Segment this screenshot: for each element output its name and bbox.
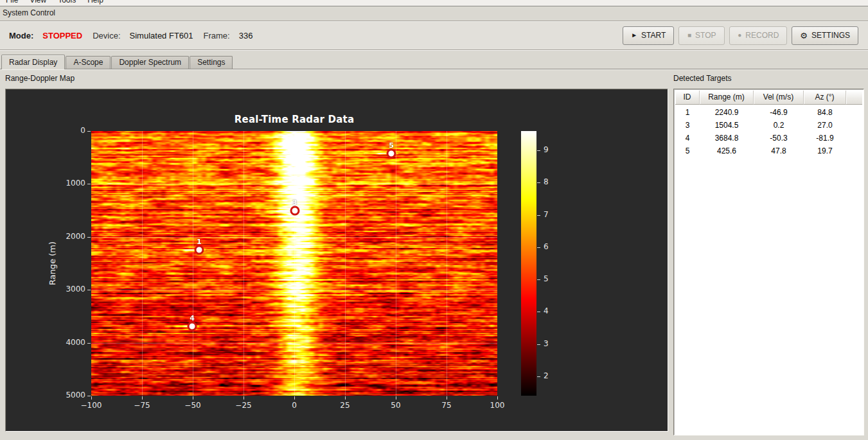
colorbar-tick-mark: [537, 215, 540, 216]
x-tick-label: 50: [376, 401, 415, 410]
x-tick-mark: [497, 396, 498, 400]
x-tick-mark: [193, 396, 193, 400]
column-header-id[interactable]: ID: [675, 91, 700, 105]
system-control-title: System Control: [3, 8, 55, 17]
colorbar-tick-label: 9: [544, 145, 549, 154]
mode-value: STOPPED: [42, 31, 82, 40]
targets-table: IDRange (m)Vel (m/s)Az (°) 12240.9-46.98…: [675, 91, 862, 434]
target-dot: [290, 206, 299, 215]
target-id-label: 1: [197, 238, 202, 246]
button-label: SETTINGS: [811, 31, 850, 40]
x-tick-label: −75: [123, 401, 161, 410]
colorbar-tick-label: 7: [544, 210, 549, 219]
x-tick-mark: [345, 396, 346, 400]
colorbar-tick-mark: [537, 247, 540, 248]
x-tick-label: −100: [72, 401, 111, 410]
column-header-range-m[interactable]: Range (m): [700, 91, 754, 105]
status-readout: Mode: STOPPED Device: Simulated FT601 Fr…: [0, 31, 252, 40]
frame-value: 336: [239, 31, 253, 40]
detected-targets-panel: IDRange (m)Vel (m/s)Az (°) 12240.9-46.98…: [673, 89, 864, 436]
colorbar-tick-label: 8: [544, 177, 549, 186]
table-body: 12240.9-46.984.831504.50.227.043684.8-50…: [675, 105, 862, 157]
x-tick-mark: [91, 396, 92, 400]
colorbar-tick-label: 3: [544, 339, 549, 348]
colorbar: [521, 131, 536, 396]
y-tick-label: 5000: [8, 391, 85, 400]
menu-view[interactable]: View: [24, 0, 52, 6]
range-doppler-plot-panel: Real-Time Radar Data Velocity (m/s) Rang…: [5, 89, 668, 432]
detected-targets-title: Detected Targets: [673, 74, 732, 83]
y-axis-label: Range (m): [48, 242, 57, 285]
target-id-label: 4: [190, 314, 195, 322]
range-doppler-heatmap: [91, 131, 497, 396]
y-tick-mark: [87, 290, 91, 290]
table-cell: 47.8: [754, 145, 804, 157]
target-id-label: 5: [389, 141, 394, 150]
table-cell: 4: [675, 132, 700, 145]
tab-a-scope[interactable]: A-Scope: [66, 56, 111, 69]
table-cell: 2240.9: [700, 106, 754, 119]
table-cell: -46.9: [754, 106, 804, 119]
stop-button[interactable]: ■STOP: [678, 26, 725, 45]
column-header-vel-m-s[interactable]: Vel (m/s): [754, 91, 804, 105]
y-tick-mark: [87, 131, 91, 132]
column-header-filler: [846, 91, 862, 105]
settings-button[interactable]: ⚙SETTINGS: [792, 26, 858, 45]
y-tick-mark: [87, 184, 91, 184]
table-cell: 19.7: [804, 145, 846, 157]
y-tick-label: 2000: [8, 232, 85, 241]
frame-label: Frame:: [204, 31, 230, 40]
table-cell: 1: [675, 106, 700, 119]
x-tick-mark: [142, 396, 143, 400]
tab-settings[interactable]: Settings: [190, 56, 233, 69]
column-header-az[interactable]: Az (°): [804, 91, 846, 105]
table-cell: 27.0: [804, 119, 846, 132]
y-tick-mark: [87, 396, 91, 396]
tab-doppler-spectrum[interactable]: Doppler Spectrum: [111, 56, 189, 69]
mode-label: Mode:: [9, 31, 33, 40]
record-button[interactable]: ●RECORD: [729, 26, 787, 45]
play-icon: ►: [631, 32, 637, 39]
x-tick-label: 0: [275, 401, 314, 410]
x-tick-mark: [396, 396, 396, 400]
colorbar-tick-label: 6: [544, 242, 549, 251]
y-tick-label: 1000: [8, 179, 85, 188]
range-doppler-map-title: Range-Doppler Map: [5, 74, 75, 83]
table-cell: -50.3: [754, 132, 804, 145]
table-cell: 1504.5: [700, 119, 754, 132]
stop-icon: ■: [687, 32, 691, 39]
start-button[interactable]: ►START: [623, 26, 674, 45]
menu-bar: FileViewToolsHelp: [0, 0, 868, 6]
y-tick-mark: [87, 343, 91, 344]
y-tick-label: 0: [8, 126, 85, 135]
button-label: RECORD: [745, 31, 779, 40]
table-row[interactable]: 5425.647.819.7: [675, 145, 862, 157]
system-control-box: Mode: STOPPED Device: Simulated FT601 Fr…: [0, 21, 868, 50]
table-cell: 3684.8: [700, 132, 754, 145]
y-tick-label: 3000: [8, 285, 85, 294]
table-row[interactable]: 31504.50.227.0: [675, 119, 862, 132]
x-tick-label: −25: [224, 401, 263, 410]
radar-display-pane: Range-Doppler Map Detected Targets Real-…: [0, 69, 868, 440]
colorbar-tick-mark: [537, 182, 540, 183]
x-tick-mark: [244, 396, 244, 400]
menu-help[interactable]: Help: [82, 0, 109, 6]
colorbar-tick-label: 2: [544, 371, 549, 380]
gear-icon: ⚙: [800, 31, 808, 40]
table-row[interactable]: 43684.8-50.3-81.9: [675, 132, 862, 145]
colorbar-tick-mark: [537, 312, 540, 312]
menu-tools[interactable]: Tools: [52, 0, 82, 6]
table-row[interactable]: 12240.9-46.984.8: [675, 106, 862, 119]
device-value: Simulated FT601: [130, 31, 193, 40]
x-tick-label: 75: [427, 401, 466, 410]
target-dot: [194, 245, 204, 254]
x-tick-mark: [447, 396, 447, 400]
x-tick-label: −50: [173, 401, 212, 410]
y-tick-mark: [87, 237, 91, 238]
tab-radar-display[interactable]: Radar Display: [1, 55, 65, 69]
colorbar-tick-mark: [537, 344, 540, 345]
table-header-row: IDRange (m)Vel (m/s)Az (°): [675, 91, 862, 105]
colorbar-tick-mark: [537, 150, 540, 151]
menu-file[interactable]: File: [0, 0, 24, 6]
record-icon: ●: [738, 32, 741, 39]
